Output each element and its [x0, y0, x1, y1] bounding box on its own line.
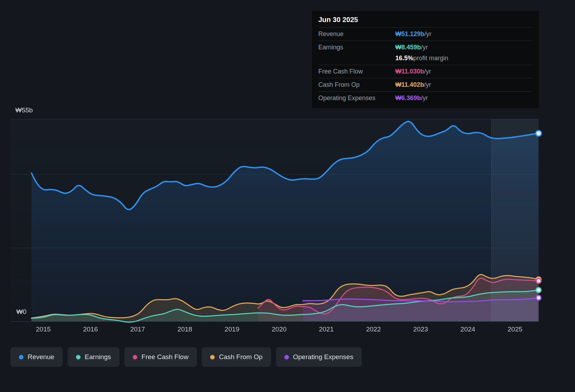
tooltip-cashop-unit: /yr	[424, 81, 431, 89]
tooltip-cashop-value: ₩11.402b	[395, 81, 424, 89]
financial-chart-page: ₩55b ₩0 20152016201720182019202020212022…	[0, 0, 575, 392]
tooltip-row-operating-expenses: Operating Expenses ₩6.369b /yr	[318, 91, 533, 105]
tooltip-row-profit-margin: 16.5% profit margin	[318, 54, 533, 65]
tooltip-date: Jun 30 2025	[318, 16, 533, 27]
legend-cashop-label: Cash From Op	[219, 353, 263, 361]
legend-item-free-cash-flow[interactable]: Free Cash Flow	[124, 347, 197, 367]
legend-earnings-label: Earnings	[85, 353, 111, 361]
x-axis-year-label: 2019	[224, 326, 239, 333]
tooltip-row-revenue: Revenue ₩51.129b /yr	[318, 27, 533, 41]
x-axis: 2015201620172018201920202021202220232024…	[0, 326, 575, 336]
legend-opex-label: Operating Expenses	[293, 353, 353, 361]
revenue-dot-icon	[19, 355, 23, 359]
x-axis-year-label: 2018	[178, 326, 192, 333]
x-axis-year-label: 2021	[319, 326, 334, 333]
x-axis-year-label: 2020	[272, 326, 286, 333]
x-axis-year-label: 2017	[130, 326, 145, 333]
tooltip-earnings-value: ₩8.459b	[395, 44, 421, 51]
tooltip-fcf-unit: /yr	[424, 68, 431, 75]
x-axis-year-label: 2016	[83, 326, 98, 333]
legend-fcf-label: Free Cash Flow	[141, 353, 188, 361]
tooltip-earnings-label: Earnings	[318, 44, 395, 51]
tooltip-revenue-label: Revenue	[318, 30, 395, 38]
tooltip-opex-unit: /yr	[421, 94, 428, 102]
x-axis-year-label: 2022	[366, 326, 381, 333]
legend-item-operating-expenses[interactable]: Operating Expenses	[276, 347, 362, 367]
legend-item-earnings[interactable]: Earnings	[68, 347, 119, 367]
tooltip-revenue-value: ₩51.129b	[395, 30, 424, 38]
cash-from-op-dot-icon	[210, 355, 215, 359]
x-axis-year-label: 2024	[460, 326, 475, 333]
legend-item-cash-from-op[interactable]: Cash From Op	[202, 347, 271, 367]
tooltip-revenue-unit: /yr	[424, 30, 431, 38]
earnings-dot-icon	[76, 355, 81, 359]
x-axis-year-label: 2023	[413, 326, 428, 333]
y-axis-zero-label: ₩0	[16, 308, 27, 316]
tooltip-row-free-cash-flow: Free Cash Flow ₩11.030b /yr	[318, 65, 533, 78]
tooltip-opex-label: Operating Expenses	[318, 94, 395, 102]
x-axis-year-label: 2015	[36, 326, 51, 333]
tooltip-earnings-unit: /yr	[421, 44, 428, 51]
legend-revenue-label: Revenue	[28, 353, 54, 361]
legend: Revenue Earnings Free Cash Flow Cash Fro…	[11, 347, 362, 367]
legend-item-revenue[interactable]: Revenue	[11, 347, 63, 367]
tooltip-fcf-value: ₩11.030b	[395, 68, 424, 75]
tooltip-row-earnings: Earnings ₩8.459b /yr	[318, 41, 533, 54]
tooltip-cashop-label: Cash From Op	[318, 81, 395, 89]
operating-expenses-dot-icon	[284, 355, 289, 359]
tooltip-opex-value: ₩6.369b	[395, 94, 421, 102]
tooltip-row-cash-from-op: Cash From Op ₩11.402b /yr	[318, 78, 533, 91]
tooltip-margin-text: profit margin	[413, 55, 448, 62]
free-cash-flow-dot-icon	[133, 355, 137, 359]
tooltip-fcf-label: Free Cash Flow	[318, 68, 395, 75]
data-tooltip: Jun 30 2025 Revenue ₩51.129b /yr Earning…	[312, 10, 539, 108]
y-axis-max-label: ₩55b	[15, 106, 33, 114]
tooltip-margin-value: 16.5%	[395, 55, 413, 62]
x-axis-year-label: 2025	[508, 326, 522, 333]
